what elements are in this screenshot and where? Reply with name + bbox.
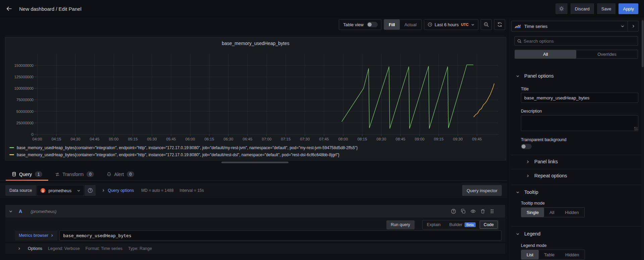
transparent-background-toggle[interactable] (521, 144, 532, 149)
tooltip-mode-hidden[interactable]: Hidden (560, 208, 584, 217)
builder-label: Builder (449, 222, 463, 227)
table-view-toggle[interactable] (367, 22, 378, 27)
divider (511, 185, 641, 185)
back-button[interactable] (6, 5, 12, 12)
visualization-name: Time series (524, 24, 547, 29)
query-row-header[interactable]: A (prometheus) (5, 205, 505, 218)
options-label[interactable]: Options (28, 246, 42, 251)
max-data-points-stat: MD = auto = 1488 (141, 188, 173, 193)
help-circle-icon (88, 188, 93, 193)
panel-options-sidebar: Time series All Overrides Panel (511, 17, 641, 260)
panel-description-textarea[interactable] (521, 115, 638, 131)
visualization-select[interactable]: Time series (512, 21, 628, 31)
collapse-chevron-icon[interactable] (9, 209, 13, 213)
builder-option[interactable]: Builder Beta (445, 222, 479, 227)
query-editor-body: Run query Explain Builder Beta Code Metr… (5, 218, 505, 242)
query-inspector-button[interactable]: Query inspector (462, 185, 502, 196)
resize-handle-icon[interactable] (634, 127, 638, 130)
time-range-picker[interactable]: Last 6 hours UTC (424, 19, 478, 30)
search-options-box (515, 36, 638, 46)
transform-icon (55, 172, 60, 177)
horizontal-scrollbar[interactable] (221, 162, 288, 163)
actual-option[interactable]: Actual (400, 19, 421, 30)
svg-text:0: 0 (32, 132, 34, 136)
fill-option[interactable]: Fill (384, 19, 400, 30)
panel-title-input[interactable] (521, 93, 638, 103)
apply-button[interactable]: Apply (619, 3, 638, 14)
query-editor-toolbar: Run query Explain Builder Beta Code (386, 220, 499, 229)
sidebar-scrollbar-thumb[interactable] (642, 20, 644, 67)
metrics-browser-label: Metrics browser (19, 233, 48, 238)
help-circle-icon[interactable] (451, 209, 456, 214)
chevron-down-icon (516, 190, 520, 194)
divider (511, 226, 641, 226)
svg-text:04:00: 04:00 (33, 137, 42, 141)
time-series-chart: 0250000005000000075000000100000000125000… (8, 49, 504, 150)
search-options-input[interactable] (524, 39, 635, 44)
panel-options-section-header[interactable]: Panel options (516, 73, 554, 79)
panel-settings-button[interactable] (555, 3, 568, 14)
svg-text:150000000: 150000000 (14, 63, 34, 68)
sidebar-scrollbar-track[interactable] (641, 17, 644, 260)
datasource-help-button[interactable] (85, 185, 96, 196)
legend-mode-hidden[interactable]: Hidden (560, 250, 584, 259)
repeat-options-section-header[interactable]: Repeat options (526, 173, 567, 178)
tooltip-section-title: Tooltip (524, 189, 538, 195)
drag-handle-icon[interactable] (490, 209, 494, 214)
zoom-out-button[interactable] (481, 19, 492, 30)
code-option[interactable]: Code (480, 221, 498, 229)
tab-overrides[interactable]: Overrides (576, 50, 638, 58)
datasource-picker[interactable]: prometheus (37, 185, 84, 196)
svg-text:08:45: 08:45 (396, 137, 406, 141)
svg-text:06:30: 06:30 (224, 137, 233, 141)
database-icon (12, 172, 16, 177)
refresh-button[interactable] (494, 19, 505, 30)
svg-text:25000000: 25000000 (16, 121, 34, 125)
eye-icon[interactable] (470, 209, 476, 214)
metrics-browser-button[interactable]: Metrics browser (15, 230, 57, 241)
tab-transform[interactable]: Transform 0 (49, 168, 100, 180)
save-button[interactable]: Save (597, 3, 616, 14)
explain-option[interactable]: Explain (423, 222, 445, 227)
svg-text:07:15: 07:15 (281, 137, 291, 141)
top-nav: New dashboard / Edit Panel Discard Save … (0, 0, 644, 17)
svg-text:04:30: 04:30 (71, 137, 80, 141)
svg-text:05:00: 05:00 (109, 137, 119, 141)
legend-section-header[interactable]: Legend (516, 231, 540, 236)
legend-mode-table[interactable]: Table (539, 250, 560, 259)
angle-right-icon (631, 24, 635, 28)
datasource-value: prometheus (48, 188, 71, 193)
legend-series-item[interactable]: base_memory_usedHeap_bytes{container="in… (9, 151, 358, 158)
collapse-options-pane-button[interactable] (628, 21, 638, 31)
svg-text:125000000: 125000000 (14, 75, 34, 79)
tooltip-section-header[interactable]: Tooltip (516, 189, 538, 195)
angle-right-icon[interactable] (17, 247, 21, 250)
tooltip-mode-single[interactable]: Single (521, 208, 544, 217)
panel-links-section-header[interactable]: Panel links (526, 159, 558, 164)
tab-query[interactable]: Query 1 (6, 168, 48, 180)
discard-button[interactable]: Discard (571, 3, 594, 14)
page-title: New dashboard / Edit Panel (19, 6, 82, 12)
tab-all-options[interactable]: All (515, 50, 576, 58)
chevron-down-icon (516, 74, 520, 78)
series-color-swatch (9, 147, 14, 148)
promql-expression-input[interactable] (59, 230, 501, 241)
tooltip-mode-all[interactable]: All (544, 208, 559, 217)
tab-transform-label: Transform (62, 172, 84, 177)
svg-text:07:00: 07:00 (262, 137, 272, 141)
trash-icon[interactable] (480, 209, 485, 214)
legend-mode-list[interactable]: List (521, 250, 539, 259)
visualization-picker: Time series (511, 21, 639, 32)
run-query-button[interactable]: Run query (386, 220, 415, 229)
legend-summary: Legend: Verbose (48, 246, 80, 251)
arrow-left-icon (6, 5, 12, 12)
tab-alert[interactable]: Alert 0 (101, 168, 140, 180)
table-view-group: Table view (339, 19, 381, 30)
table-view-label: Table view (339, 22, 367, 27)
legend-series-item[interactable]: base_memory_usedHeap_bytes{container="in… (9, 144, 358, 151)
duplicate-icon[interactable] (461, 209, 466, 214)
query-options-toggle[interactable]: Query options (102, 188, 134, 193)
legend-mode-label: Legend mode (521, 243, 546, 248)
svg-text:04:45: 04:45 (90, 137, 100, 141)
grafana-edit-panel-screen: New dashboard / Edit Panel Discard Save … (0, 0, 644, 260)
